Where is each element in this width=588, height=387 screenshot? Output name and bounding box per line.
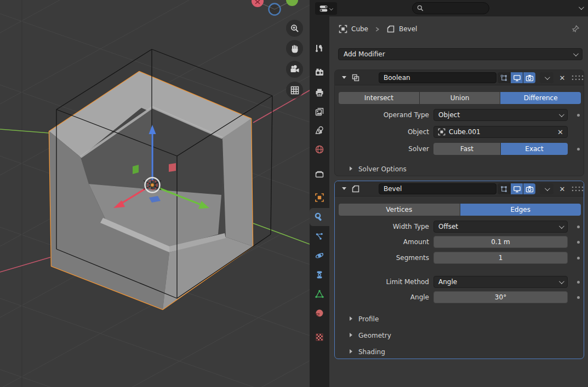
monitor-icon bbox=[513, 74, 521, 82]
toggle-grid-ortho-button[interactable] bbox=[286, 82, 303, 99]
affect-vertices-button[interactable]: Vertices bbox=[339, 204, 460, 216]
render-toggle-button[interactable] bbox=[523, 72, 535, 83]
breadcrumb-chevron-icon bbox=[375, 27, 380, 32]
modifier-extras-dropdown[interactable] bbox=[540, 72, 553, 83]
properties-tab-strip bbox=[310, 16, 329, 387]
header-collapse-chevron[interactable] bbox=[579, 4, 583, 11]
tab-object[interactable] bbox=[310, 188, 329, 206]
object-icon bbox=[438, 128, 446, 136]
display-viewport-toggle-button[interactable] bbox=[510, 183, 523, 194]
animate-dot[interactable] bbox=[577, 281, 580, 284]
profile-label: Profile bbox=[358, 315, 379, 323]
add-modifier-button[interactable]: Add Modifier bbox=[338, 48, 583, 60]
modifier-name-field[interactable]: Boolean bbox=[379, 72, 496, 83]
camera-icon bbox=[526, 74, 534, 82]
tab-object-data[interactable] bbox=[310, 285, 329, 303]
operation-difference-button[interactable]: Difference bbox=[500, 92, 581, 104]
affect-edges-button[interactable]: Edges bbox=[460, 204, 581, 216]
tab-modifiers[interactable] bbox=[310, 208, 329, 226]
tab-collection[interactable] bbox=[310, 165, 329, 183]
camera-view-button[interactable] bbox=[286, 61, 303, 78]
animate-dot[interactable] bbox=[577, 148, 580, 151]
navigation-gizmo[interactable] bbox=[252, 0, 298, 15]
width-type-dropdown[interactable]: Offset bbox=[433, 221, 568, 233]
edit-mode-toggle-button[interactable] bbox=[498, 183, 510, 194]
camera-icon bbox=[526, 185, 534, 193]
width-type-label: Width Type bbox=[335, 221, 429, 233]
animate-dot[interactable] bbox=[577, 257, 580, 259]
expand-triangle-icon[interactable] bbox=[342, 187, 346, 190]
collapsed-triangle-icon bbox=[350, 333, 352, 337]
render-toggle-button[interactable] bbox=[523, 183, 535, 194]
operand-type-label: Operand Type bbox=[335, 109, 429, 121]
tab-particles[interactable] bbox=[310, 227, 329, 245]
limit-method-dropdown[interactable]: Angle bbox=[433, 276, 568, 288]
animate-dot[interactable] bbox=[577, 114, 580, 117]
shading-label: Shading bbox=[358, 348, 385, 356]
tab-scene[interactable] bbox=[310, 121, 329, 139]
solver-segmented: Fast Exact bbox=[433, 143, 568, 155]
display-viewport-toggle-button[interactable] bbox=[510, 72, 523, 83]
tab-view-layer[interactable] bbox=[310, 102, 329, 120]
bevel-affect-segmented: Vertices Edges bbox=[339, 204, 581, 216]
delete-modifier-button[interactable]: ✕ bbox=[557, 72, 568, 83]
profile-section[interactable]: Profile bbox=[350, 313, 379, 325]
operation-intersect-button[interactable]: Intersect bbox=[339, 92, 419, 104]
delete-modifier-button[interactable]: ✕ bbox=[557, 183, 568, 194]
segments-slider[interactable]: 1 bbox=[433, 252, 568, 264]
solver-fast-button[interactable]: Fast bbox=[433, 143, 500, 155]
chevron-down-icon bbox=[559, 279, 564, 284]
modifier-name-field[interactable]: Bevel bbox=[379, 183, 496, 194]
pan-hand-button[interactable] bbox=[286, 40, 303, 57]
editor-type-button[interactable] bbox=[315, 2, 337, 15]
solver-exact-button[interactable]: Exact bbox=[500, 143, 568, 155]
animate-dot[interactable] bbox=[577, 296, 580, 299]
tab-render[interactable] bbox=[310, 63, 329, 81]
solver-options-section[interactable]: Solver Options bbox=[350, 163, 407, 175]
properties-editor-icon bbox=[319, 4, 328, 13]
search-box[interactable] bbox=[412, 2, 489, 14]
tab-material[interactable] bbox=[310, 304, 329, 322]
boolean-modifier-icon bbox=[351, 73, 360, 82]
solver-options-label: Solver Options bbox=[358, 165, 407, 173]
tab-output[interactable] bbox=[310, 83, 329, 101]
zoom-button[interactable] bbox=[286, 20, 303, 37]
drag-handle-icon[interactable] bbox=[572, 75, 584, 80]
operand-type-value: Object bbox=[438, 111, 460, 119]
cube-object[interactable] bbox=[49, 72, 253, 309]
pin-id-button[interactable] bbox=[570, 24, 580, 36]
operand-type-dropdown[interactable]: Object bbox=[433, 109, 568, 121]
width-type-value: Offset bbox=[438, 223, 458, 230]
edit-mode-toggle-button[interactable] bbox=[498, 72, 510, 83]
animate-dot[interactable] bbox=[577, 241, 580, 244]
geometry-section[interactable]: Geometry bbox=[350, 330, 391, 342]
animate-dot[interactable] bbox=[577, 226, 580, 228]
chevron-down-icon bbox=[559, 112, 564, 117]
object-picker-field[interactable]: Cube.001 ✕ bbox=[433, 126, 568, 138]
bevel-panel-header[interactable]: Bevel bbox=[335, 181, 584, 197]
chevron-down-icon bbox=[329, 7, 333, 10]
operation-union-button[interactable]: Union bbox=[419, 92, 500, 104]
tab-tool[interactable] bbox=[310, 39, 329, 57]
3d-viewport[interactable] bbox=[0, 0, 310, 387]
boolean-panel-header[interactable]: Boolean bbox=[335, 70, 584, 85]
expand-triangle-icon[interactable] bbox=[342, 76, 346, 79]
clear-object-button[interactable]: ✕ bbox=[557, 129, 563, 136]
tab-texture[interactable] bbox=[310, 328, 329, 346]
breadcrumb-object[interactable]: Cube bbox=[339, 25, 368, 33]
amount-slider[interactable]: 0.1 m bbox=[433, 236, 568, 248]
tab-physics[interactable] bbox=[310, 246, 329, 264]
gizmo-plane-xz bbox=[169, 163, 176, 172]
nav-axis-y-ball bbox=[286, 0, 298, 6]
limit-method-label: Limit Method bbox=[335, 276, 429, 288]
shading-section[interactable]: Shading bbox=[350, 346, 385, 358]
tab-constraints[interactable] bbox=[310, 265, 329, 284]
tab-world[interactable] bbox=[310, 140, 329, 158]
breadcrumb-modifier[interactable]: Bevel bbox=[386, 25, 417, 33]
modifier-extras-dropdown[interactable] bbox=[540, 183, 553, 194]
drag-handle-icon[interactable] bbox=[572, 186, 584, 192]
search-input[interactable] bbox=[426, 4, 481, 12]
angle-slider[interactable]: 30° bbox=[433, 291, 568, 303]
nav-axis-x-ball bbox=[252, 0, 264, 7]
segments-label: Segments bbox=[335, 252, 429, 264]
